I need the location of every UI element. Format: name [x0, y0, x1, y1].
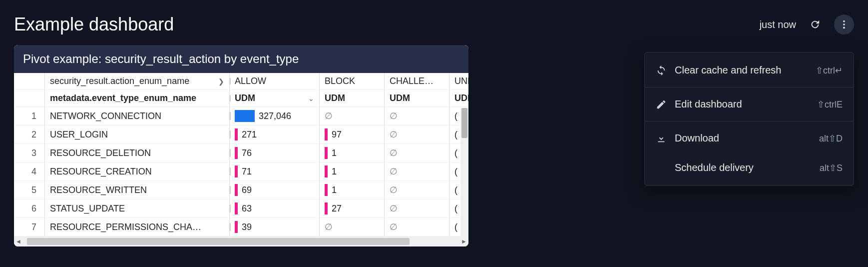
cell-value: ∅: [390, 222, 398, 232]
row-number: 2: [14, 126, 45, 144]
header-actions: just now: [760, 14, 854, 34]
measure-header[interactable]: UDM: [449, 90, 468, 107]
cell-value: ∅: [390, 166, 398, 177]
row-name[interactable]: RESOURCE_WRITTEN: [45, 181, 230, 200]
row-number: 5: [14, 181, 45, 200]
chevron-right-icon: ❯: [218, 78, 224, 86]
measure-label: UDM: [235, 93, 255, 104]
measure-header[interactable]: UDM: [385, 90, 449, 107]
bar-indicator: [235, 221, 238, 233]
bar-indicator: [235, 128, 238, 140]
more-vert-icon: [839, 19, 850, 30]
menu-shortcut: alt⇧S: [820, 162, 843, 174]
scroll-left-arrow[interactable]: ◄: [14, 238, 23, 245]
horizontal-scroll-track[interactable]: [23, 236, 459, 246]
bar-indicator: [235, 202, 238, 214]
cell-challenge[interactable]: ∅: [385, 126, 449, 144]
cell-value: ∅: [390, 148, 398, 158]
cell-challenge[interactable]: ∅: [385, 107, 449, 126]
row-field-header[interactable]: metadata.event_type_enum_name: [45, 90, 230, 107]
row-number: 3: [14, 144, 45, 162]
row-name[interactable]: RESOURCE_DELETION: [45, 144, 230, 162]
row-field-label: metadata.event_type_enum_name: [50, 93, 196, 104]
menu-item-clear-cache[interactable]: Clear cache and refresh ⇧ctrl↵: [645, 56, 854, 85]
pivot-table: security_result.action_enum_name❯ALLOWBL…: [14, 73, 468, 236]
row-name[interactable]: RESOURCE_CREATION: [45, 162, 230, 181]
cell-challenge[interactable]: ∅: [385, 144, 449, 162]
row-name[interactable]: RESOURCE_PERMISSIONS_CHA…: [45, 218, 230, 236]
menu-item-download[interactable]: Download alt⇧D: [645, 124, 854, 153]
column-header[interactable]: ALLOW: [230, 73, 320, 90]
cell-value: (: [454, 130, 457, 140]
menu-shortcut: alt⇧D: [819, 133, 843, 144]
column-header-label: CHALLE…: [390, 76, 434, 86]
svg-point-2: [843, 27, 845, 29]
row-name[interactable]: STATUS_UPDATE: [45, 200, 230, 218]
bar-indicator: [235, 110, 255, 122]
bar-indicator: [235, 166, 238, 178]
column-header-label: ALLOW: [235, 76, 266, 86]
vertical-scroll-thumb[interactable]: [461, 108, 467, 138]
cell-allow[interactable]: 63: [230, 200, 320, 218]
cell-block[interactable]: ∅: [320, 107, 385, 126]
column-header[interactable]: UNK: [449, 73, 468, 90]
refresh-button[interactable]: [805, 14, 825, 34]
bar-indicator: [235, 147, 238, 159]
cell-challenge[interactable]: ∅: [385, 181, 449, 200]
cell-allow[interactable]: 271: [230, 126, 320, 144]
cell-value: (: [454, 166, 457, 177]
row-name[interactable]: NETWORK_CONNECTION: [45, 107, 230, 126]
cell-block[interactable]: 1: [320, 162, 385, 181]
cell-challenge[interactable]: ∅: [385, 162, 449, 181]
menu-item-schedule[interactable]: Schedule delivery alt⇧S: [645, 153, 854, 182]
cell-value: (: [454, 111, 457, 122]
menu-divider: [645, 121, 854, 122]
cell-challenge[interactable]: ∅: [385, 218, 449, 236]
cell-allow[interactable]: 69: [230, 181, 320, 200]
bar-indicator: [325, 128, 328, 140]
row-number: 7: [14, 218, 45, 236]
column-header[interactable]: BLOCK: [320, 73, 385, 90]
cell-block[interactable]: 97: [320, 126, 385, 144]
column-header[interactable]: CHALLE…: [385, 73, 449, 90]
row-number: 4: [14, 162, 45, 181]
measure-header[interactable]: UDM⌄: [230, 90, 320, 107]
measure-label: UDM: [390, 93, 410, 104]
cell-value: (: [454, 222, 457, 232]
svg-point-0: [843, 20, 845, 22]
column-header-label: BLOCK: [325, 76, 355, 86]
pivot-field-header[interactable]: security_result.action_enum_name❯: [45, 73, 230, 90]
pencil-icon: [656, 99, 667, 110]
vertical-scrollbar[interactable]: [460, 108, 468, 236]
menu-label: Clear cache and refresh: [675, 64, 781, 76]
header-spacer: [14, 90, 45, 107]
bar-indicator: [325, 147, 328, 159]
menu-shortcut: ⇧ctrl↵: [816, 65, 843, 76]
more-menu-button[interactable]: [834, 14, 854, 34]
scroll-right-arrow[interactable]: ►: [459, 238, 468, 245]
cell-block[interactable]: 27: [320, 200, 385, 218]
cell-value: (: [454, 204, 457, 214]
row-name[interactable]: USER_LOGIN: [45, 126, 230, 144]
bar-indicator: [325, 166, 328, 178]
cell-value: 327,046: [259, 111, 291, 122]
cell-allow[interactable]: 327,046: [230, 107, 320, 126]
cell-allow[interactable]: 71: [230, 162, 320, 181]
sync-icon: [656, 65, 667, 76]
menu-shortcut: ⇧ctrlE: [817, 99, 843, 110]
cell-value: ∅: [325, 110, 333, 122]
cell-value: 97: [332, 130, 342, 140]
cell-value: 63: [242, 204, 252, 214]
cell-value: ∅: [325, 222, 333, 232]
cell-challenge[interactable]: ∅: [385, 200, 449, 218]
menu-item-edit[interactable]: Edit dashboard ⇧ctrlE: [645, 90, 854, 119]
cell-block[interactable]: ∅: [320, 218, 385, 236]
measure-header[interactable]: UDM: [320, 90, 385, 107]
cell-block[interactable]: 1: [320, 144, 385, 162]
cell-block[interactable]: 1: [320, 181, 385, 200]
bar-indicator: [325, 202, 328, 214]
cell-allow[interactable]: 76: [230, 144, 320, 162]
cell-allow[interactable]: 39: [230, 218, 320, 236]
horizontal-scrollbar[interactable]: ◄ ►: [14, 236, 468, 246]
horizontal-scroll-thumb[interactable]: [27, 238, 410, 245]
